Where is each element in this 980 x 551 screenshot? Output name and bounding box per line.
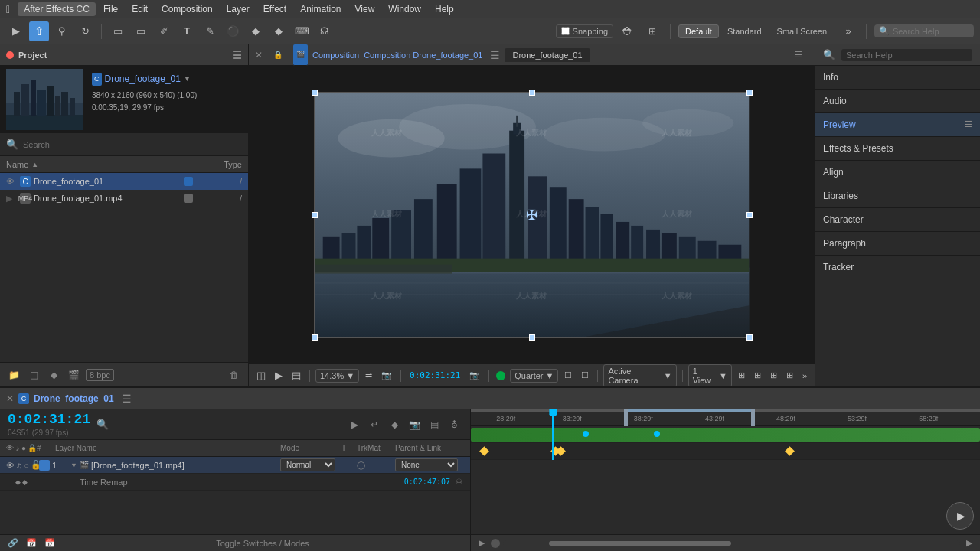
viewer-guides-icon[interactable]: ⊞ — [751, 369, 764, 382]
layer-1-solo-icon[interactable]: ○ — [24, 461, 29, 470]
track-row-2[interactable] — [471, 443, 980, 460]
grid-icon[interactable]: ⊞ — [642, 21, 662, 41]
sub-row-keyframe-icon[interactable]: ◆ — [22, 478, 28, 486]
menu-item-ae[interactable]: After Effects CC — [18, 2, 96, 16]
comp-close-icon[interactable]: ✕ — [255, 50, 263, 60]
viewer-timecode-display[interactable]: 0:02:31:21 — [407, 369, 463, 382]
workspace-standard[interactable]: Standard — [720, 24, 769, 38]
menu-item-help[interactable]: Help — [429, 2, 460, 16]
tl-ctrl-2[interactable]: ↵ — [366, 416, 383, 433]
viewer-more-icon[interactable]: ⊞ — [783, 369, 796, 382]
right-search-input[interactable] — [846, 51, 968, 60]
preview-menu-icon[interactable]: ☰ — [965, 119, 972, 129]
select-tool[interactable]: ▶ — [6, 21, 26, 41]
viewer-alpha-icon[interactable]: ☐ — [561, 369, 575, 382]
timeline-menu-icon[interactable]: ☰ — [122, 393, 132, 405]
panel-section-character[interactable]: Character — [815, 208, 980, 232]
play-button-large[interactable]: ▶ — [946, 502, 974, 530]
panel-section-preview[interactable]: Preview ☰ — [815, 113, 980, 137]
magnet-icon[interactable]: ⛑ — [618, 21, 638, 41]
panel-section-align[interactable]: Align — [815, 161, 980, 184]
workspace-small-screen[interactable]: Small Screen — [770, 24, 834, 38]
hand-tool[interactable]: ⌨ — [292, 21, 312, 41]
tl-scrollbar-thumb[interactable] — [549, 541, 732, 546]
snapping-check[interactable] — [561, 27, 570, 35]
viewer-preview-icon[interactable]: ▶ — [272, 368, 286, 383]
right-search-bar[interactable] — [841, 49, 972, 61]
panel-section-effects-presets[interactable]: Effects & Presets — [815, 137, 980, 161]
track-row-1[interactable] — [471, 426, 980, 443]
timeline-work-area-in-handle[interactable] — [624, 409, 628, 426]
viewer-rulers-icon[interactable]: ⊞ — [767, 369, 780, 382]
brush-tool[interactable]: ✎ — [200, 21, 220, 41]
viewer-quality-dropdown[interactable]: Quarter ▼ — [510, 369, 558, 383]
delete-icon[interactable]: 🗑 — [227, 367, 242, 383]
transform-handle-mr[interactable] — [746, 212, 753, 218]
tl-ctrl-3[interactable]: ◆ — [386, 416, 403, 433]
viewer-grid-icon[interactable]: ⊞ — [735, 369, 748, 382]
viewer-preview-res-icon[interactable]: 📷 — [378, 369, 395, 382]
new-comp-icon[interactable]: ◆ — [46, 367, 61, 383]
project-search-bar[interactable]: 🔍 — [0, 133, 248, 156]
timeline-work-area-out-handle[interactable] — [751, 409, 755, 426]
viewer-camera-dropdown[interactable]: Active Camera ▼ — [603, 364, 676, 387]
help-search-input[interactable] — [893, 27, 969, 36]
viewer-view-dropdown[interactable]: 1 View ▼ — [688, 364, 732, 387]
workspace-default[interactable]: Default — [678, 24, 719, 38]
layer-1-audio-icon[interactable]: ♫ — [16, 461, 22, 470]
project-close-button[interactable] — [6, 51, 14, 59]
timeline-search-icon[interactable]: 🔍 — [96, 419, 109, 430]
new-folder-icon[interactable]: 📁 — [6, 367, 21, 383]
new-footage-icon[interactable]: 🎬 — [66, 367, 81, 383]
panel-section-paragraph[interactable]: Paragraph — [815, 232, 980, 256]
transform-handle-bl[interactable] — [312, 334, 318, 341]
panel-section-audio[interactable]: Audio — [815, 90, 980, 113]
timeline-work-area-bar[interactable] — [624, 409, 751, 412]
viewer-fit-icon[interactable]: ⇌ — [362, 369, 375, 382]
sub-row-toggle-icon[interactable]: ◆ — [15, 478, 21, 486]
timeline-layer-row-1[interactable]: 👁 ♫ ○ 🔓 1 ▼ 🎬 [Drone_footage_01.mp4] — [0, 457, 470, 474]
tl-bottom-icon-2[interactable]: 📅 — [24, 536, 38, 550]
file-name-dropdown-icon[interactable]: ▼ — [184, 73, 191, 84]
toggle-switches-modes[interactable]: Toggle Switches / Modes — [216, 539, 309, 548]
project-file-row-comp[interactable]: 👁 C Drone_footage_01 / — [0, 173, 248, 190]
menu-item-window[interactable]: Window — [382, 2, 427, 16]
menu-item-layer[interactable]: Layer — [220, 2, 256, 16]
tl-bottom-icon-3[interactable]: 📅 — [43, 536, 57, 550]
tl-ctrl-5[interactable]: ▤ — [426, 416, 443, 433]
panel-section-tracker[interactable]: Tracker — [815, 256, 980, 279]
workspace-expand-icon[interactable]: » — [838, 21, 858, 41]
move-tool[interactable]: ⇧ — [29, 21, 49, 41]
project-search-input[interactable] — [23, 140, 242, 149]
pin-tool[interactable]: ◆ — [269, 21, 289, 41]
help-search-bar[interactable]: 🔍 — [874, 24, 974, 37]
viewer-render-icon[interactable]: ◫ — [253, 368, 269, 383]
pen-tool[interactable]: ✐ — [154, 21, 174, 41]
layer-1-eye-icon[interactable]: 👁 — [6, 461, 15, 470]
comp-tab-menu-icon[interactable]: ☰ — [789, 44, 808, 66]
timeline-sub-row-time-remap[interactable]: ◆ ◆ ▼ Time Remap 0:02:47:07 ♾ — [0, 474, 470, 491]
transform-handle-tc[interactable] — [529, 90, 535, 96]
viewer-overflow-icon[interactable]: » — [799, 370, 810, 382]
layer-1-mode-select[interactable]: Normal — [280, 458, 335, 471]
tl-ctrl-4[interactable]: 📷 — [406, 416, 423, 433]
panel-section-libraries[interactable]: Libraries — [815, 184, 980, 208]
comp-header-name[interactable]: Composition Drone_footage_01 — [364, 51, 482, 60]
tl-ctrl-6[interactable]: ⛢ — [446, 416, 462, 433]
transform-handle-br[interactable] — [746, 334, 753, 341]
transform-handle-bc[interactable] — [529, 334, 535, 341]
layer-1-parent-select[interactable]: None — [395, 458, 458, 471]
menu-item-edit[interactable]: Edit — [126, 2, 154, 16]
anchor-tool[interactable]: ☊ — [315, 21, 335, 41]
viewer-channel-icon[interactable]: ☐ — [578, 369, 592, 382]
viewer-zoom-dropdown[interactable]: 14.3% ▼ — [315, 369, 359, 383]
timeline-close-icon[interactable]: ✕ — [6, 393, 14, 404]
new-comp-from-footage-icon[interactable]: ◫ — [26, 367, 41, 383]
menu-item-effect[interactable]: Effect — [257, 2, 292, 16]
rounded-rect-tool[interactable]: ▭ — [131, 21, 151, 41]
snapping-checkbox[interactable]: Snapping — [556, 24, 614, 38]
stamp-tool[interactable]: ⚫ — [223, 21, 243, 41]
text-tool[interactable]: T — [177, 21, 197, 41]
transform-handle-tl[interactable] — [312, 90, 318, 96]
viewer-snapshot-icon[interactable]: 📷 — [466, 369, 483, 382]
